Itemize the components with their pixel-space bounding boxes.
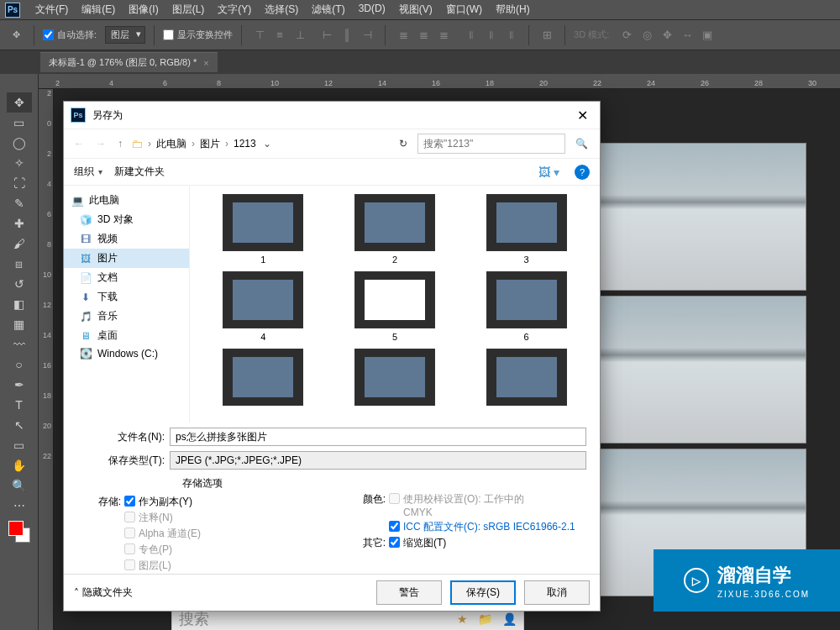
folder-search-input[interactable] — [417, 134, 565, 154]
hide-folders-toggle[interactable]: ˄隐藏文件夹 — [74, 585, 133, 600]
menu-item[interactable]: 滤镜(T) — [305, 3, 351, 17]
dodge-tool[interactable]: ○ — [7, 354, 32, 375]
zoom-tool[interactable]: 🔍 — [7, 475, 32, 496]
align-top-icon[interactable]: ⊤ — [250, 26, 269, 45]
dist-vcenter-icon[interactable]: ≣ — [414, 26, 433, 45]
history-tool[interactable]: ↺ — [7, 274, 32, 294]
nav-up-button[interactable]: ↑ — [114, 138, 126, 150]
filename-input[interactable] — [170, 428, 586, 446]
tree-item-pc[interactable]: 💻此电脑 — [64, 191, 189, 210]
tree-item-doc[interactable]: 📄文档 — [64, 268, 189, 287]
stamp-tool[interactable]: ⧇ — [7, 254, 32, 274]
dist-top-icon[interactable]: ≣ — [394, 26, 412, 45]
filetype-select[interactable]: JPEG (*.JPG;*.JPEG;*.JPE) — [170, 451, 586, 470]
tree-item-vid[interactable]: 🎞视频 — [64, 229, 189, 249]
warning-button[interactable]: 警告 — [376, 580, 442, 605]
wand-tool[interactable]: ✧ — [7, 153, 32, 173]
pen-tool[interactable]: ✒ — [7, 375, 32, 395]
align-hcenter-icon[interactable]: ║ — [338, 26, 356, 45]
show-transform-checkbox[interactable]: 显示变换控件 — [163, 29, 233, 41]
crumb-pictures[interactable]: 图片 — [200, 137, 220, 151]
3d-cam-icon[interactable]: ▣ — [698, 26, 717, 45]
eraser-tool[interactable]: ◧ — [7, 294, 32, 314]
patch-tool[interactable]: ✚ — [7, 213, 32, 234]
dist-hcenter-icon[interactable]: ⦀ — [481, 26, 500, 45]
file-item[interactable]: 3 — [463, 194, 590, 265]
lasso-tool[interactable]: ◯ — [7, 133, 32, 153]
new-folder-button[interactable]: 新建文件夹 — [114, 165, 165, 179]
close-dialog-button[interactable]: ✕ — [572, 108, 593, 123]
smudge-tool[interactable]: 〰 — [7, 334, 32, 354]
nav-back-button[interactable]: ← — [71, 138, 87, 150]
menu-item[interactable]: 图层(L) — [165, 3, 212, 17]
file-item[interactable]: 6 — [463, 271, 590, 342]
file-item[interactable]: 1 — [200, 194, 327, 265]
cancel-button[interactable]: 取消 — [524, 580, 590, 605]
crumb-pc[interactable]: 此电脑 — [156, 137, 186, 151]
menu-item[interactable]: 选择(S) — [258, 3, 305, 17]
as-copy-checkbox[interactable] — [124, 496, 135, 507]
search-button[interactable]: 🔍 — [570, 138, 593, 150]
auto-select-checkbox[interactable]: 自动选择: — [43, 29, 97, 41]
shape-rect-tool[interactable]: ▭ — [7, 435, 32, 455]
color-swatch[interactable] — [8, 521, 30, 543]
more-tool[interactable]: ⋯ — [7, 496, 32, 516]
save-button[interactable]: 保存(S) — [450, 580, 516, 605]
align-bottom-icon[interactable]: ⊥ — [291, 26, 309, 45]
align-right-icon[interactable]: ⊣ — [358, 26, 376, 45]
tree-item-dl[interactable]: ⬇下载 — [64, 287, 189, 307]
auto-align-icon[interactable]: ⊞ — [538, 26, 556, 45]
document-tab[interactable]: 未标题-1 @ 176% (图层 0, RGB/8) * × — [40, 52, 218, 72]
icc-checkbox[interactable] — [389, 521, 400, 532]
file-item[interactable]: 5 — [332, 271, 459, 342]
close-tab-icon[interactable]: × — [203, 58, 208, 68]
eyedrop-tool[interactable]: ✎ — [7, 193, 32, 213]
view-mode-button[interactable]: 🖼 ▾ — [535, 164, 563, 181]
layer-dropdown[interactable]: 图层 — [105, 26, 145, 44]
file-item[interactable] — [332, 349, 459, 409]
3d-orbit-icon[interactable]: ⟳ — [617, 26, 636, 45]
menu-item[interactable]: 3D(D) — [352, 3, 392, 17]
tree-item-desk[interactable]: 🖥桌面 — [64, 326, 189, 345]
tree-item-mus[interactable]: 🎵音乐 — [64, 307, 189, 326]
menu-item[interactable]: 图像(I) — [122, 3, 165, 17]
menu-item[interactable]: 编辑(E) — [75, 3, 122, 17]
nav-forward-button[interactable]: → — [92, 138, 109, 150]
menu-item[interactable]: 帮助(H) — [489, 3, 537, 17]
gradient-tool[interactable]: ▦ — [7, 314, 32, 334]
3d-roll-icon[interactable]: ◎ — [638, 26, 656, 45]
file-item[interactable]: 4 — [200, 271, 327, 342]
3d-slide-icon[interactable]: ↔ — [678, 26, 696, 45]
brush-tool[interactable]: 🖌 — [7, 234, 32, 254]
tree-item-pic[interactable]: 🖼图片 — [64, 249, 189, 268]
tree-item-3d[interactable]: 🧊3D 对象 — [64, 210, 189, 229]
crumb-folder[interactable]: 1213 — [234, 138, 256, 150]
file-item[interactable]: 2 — [332, 194, 459, 265]
move-tool[interactable]: ✥ — [7, 92, 32, 113]
show-transform-check[interactable] — [163, 29, 174, 40]
marquee-tool[interactable]: ▭ — [7, 113, 32, 133]
help-button[interactable]: ? — [575, 165, 590, 180]
thumbnail-checkbox[interactable] — [389, 537, 400, 548]
dist-left-icon[interactable]: ⦀ — [461, 26, 480, 45]
3d-pan-icon[interactable]: ✥ — [658, 26, 676, 45]
organize-button[interactable]: 组织 ▾ — [74, 165, 102, 179]
align-vcenter-icon[interactable]: ≡ — [270, 26, 289, 45]
tree-item-drv[interactable]: 💽Windows (C:) — [64, 345, 189, 362]
menu-item[interactable]: 文件(F) — [29, 3, 75, 17]
menu-item[interactable]: 窗口(W) — [439, 3, 489, 17]
menu-item[interactable]: 文字(Y) — [211, 3, 258, 17]
hand-tool[interactable]: ✋ — [7, 455, 32, 475]
dist-right-icon[interactable]: ⦀ — [501, 26, 520, 45]
file-item[interactable] — [463, 349, 590, 409]
arrow-tool[interactable]: ↖ — [7, 415, 32, 435]
refresh-button[interactable]: ↻ — [394, 138, 412, 150]
file-item[interactable] — [200, 349, 327, 409]
dist-bottom-icon[interactable]: ≣ — [434, 26, 453, 45]
menu-item[interactable]: 视图(V) — [392, 3, 439, 17]
breadcrumb-dropdown-icon[interactable]: ⌄ — [261, 138, 273, 150]
type-tool[interactable]: T — [7, 395, 32, 415]
crop-tool[interactable]: ⛶ — [7, 173, 32, 193]
auto-select-check[interactable] — [43, 29, 54, 40]
align-left-icon[interactable]: ⊢ — [318, 26, 336, 45]
